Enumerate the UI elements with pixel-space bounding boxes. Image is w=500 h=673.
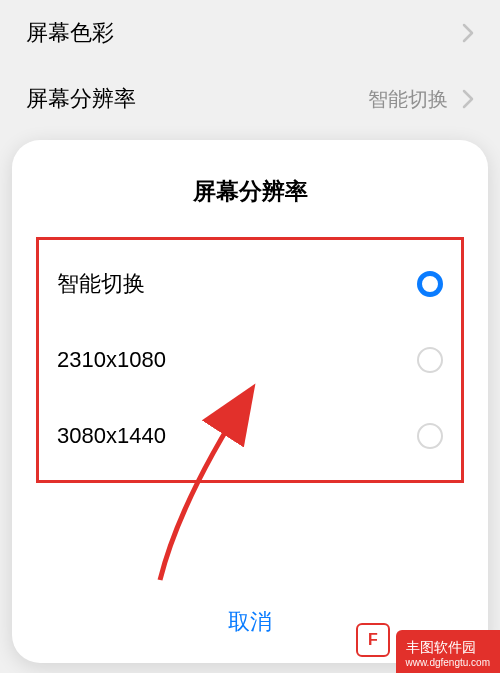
options-group: 智能切换 2310x1080 3080x1440 xyxy=(36,237,464,483)
option-smart-switch[interactable]: 智能切换 xyxy=(49,246,451,322)
watermark-logo: F xyxy=(356,623,390,657)
radio-icon xyxy=(417,423,443,449)
option-label: 2310x1080 xyxy=(57,347,166,373)
radio-icon xyxy=(417,347,443,373)
watermark-url: www.dgfengtu.com xyxy=(406,656,491,669)
watermark: 丰图软件园 www.dgfengtu.com xyxy=(396,630,501,673)
option-label: 3080x1440 xyxy=(57,423,166,449)
radio-icon xyxy=(417,271,443,297)
watermark-brand: 丰图软件园 xyxy=(406,638,491,656)
dialog-title: 屏幕分辨率 xyxy=(36,176,464,207)
option-3080x1440[interactable]: 3080x1440 xyxy=(49,398,451,474)
option-label: 智能切换 xyxy=(57,269,145,299)
option-2310x1080[interactable]: 2310x1080 xyxy=(49,322,451,398)
resolution-dialog: 屏幕分辨率 智能切换 2310x1080 3080x1440 取消 xyxy=(12,140,488,663)
